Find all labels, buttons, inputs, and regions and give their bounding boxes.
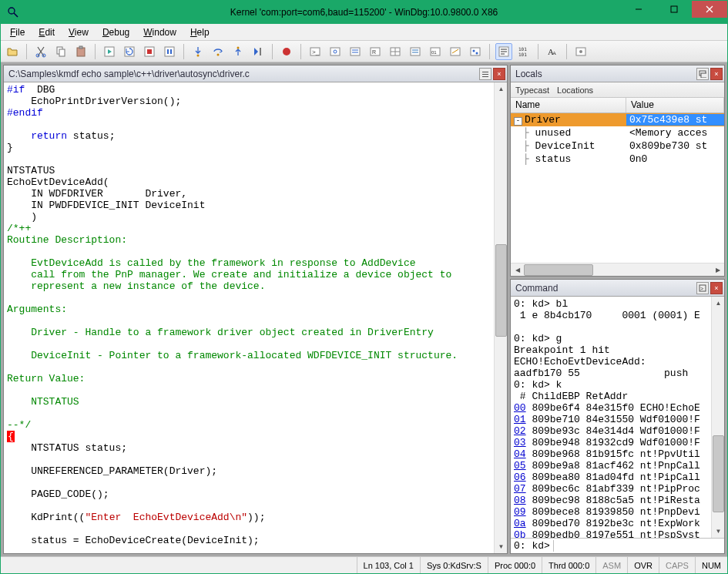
locals-row[interactable]: -Driver0x75c439e8 st bbox=[511, 113, 724, 126]
step-out-icon[interactable] bbox=[230, 43, 247, 60]
stack-frame-link[interactable]: 01 bbox=[514, 414, 526, 425]
locals-rows[interactable]: -Driver0x75c439e8 st├ unused<Memory acce… bbox=[511, 113, 724, 263]
scroll-up-icon[interactable]: ▲ bbox=[712, 297, 725, 310]
status-caps: CAPS bbox=[659, 557, 695, 573]
toolbar-sep bbox=[566, 44, 567, 59]
command-window-icon[interactable]: >_ bbox=[307, 43, 324, 60]
stack-frame-link[interactable]: 04 bbox=[514, 448, 526, 460]
font-icon[interactable]: AA bbox=[544, 43, 561, 60]
minimize-button[interactable] bbox=[621, 1, 656, 18]
status-num: NUM bbox=[695, 557, 727, 573]
options-icon[interactable] bbox=[572, 43, 589, 60]
source-vscroll[interactable]: ▲ ▼ bbox=[494, 82, 507, 553]
scratch-window-icon[interactable] bbox=[447, 43, 464, 60]
source-close-icon[interactable]: × bbox=[493, 68, 505, 80]
stack-frame-link[interactable]: 0a bbox=[514, 518, 526, 529]
stop-icon[interactable] bbox=[141, 43, 158, 60]
scroll-thumb[interactable] bbox=[524, 264, 593, 276]
scroll-down-icon[interactable]: ▼ bbox=[495, 540, 507, 553]
locals-locations[interactable]: Locations bbox=[557, 86, 593, 95]
expand-icon[interactable]: - bbox=[514, 117, 522, 126]
toolbar-sep bbox=[538, 44, 538, 59]
maximize-button[interactable] bbox=[656, 1, 692, 18]
locals-row[interactable]: ├ DeviceInit0x809be730 st bbox=[511, 139, 724, 153]
menu-debug[interactable]: Debug bbox=[96, 25, 136, 39]
svg-rect-10 bbox=[77, 48, 85, 56]
restart-icon[interactable] bbox=[121, 43, 138, 60]
go-icon[interactable] bbox=[101, 43, 118, 60]
run-to-cursor-icon[interactable] bbox=[250, 43, 267, 60]
disasm-window-icon[interactable]: 01 bbox=[427, 43, 444, 60]
locals-name: unused bbox=[535, 127, 572, 139]
menu-file[interactable]: File bbox=[4, 25, 31, 39]
step-over-icon[interactable] bbox=[210, 43, 226, 60]
command-input[interactable] bbox=[554, 540, 724, 552]
stack-frame-link[interactable]: 00 bbox=[514, 402, 526, 414]
stack-frame-link[interactable]: 08 bbox=[514, 495, 526, 506]
scroll-up-icon[interactable]: ▲ bbox=[495, 82, 507, 96]
source-text[interactable]: #if DBG EchoPrintDriverVersion(); #endif… bbox=[4, 82, 494, 553]
locals-typecast[interactable]: Typecast bbox=[515, 86, 549, 95]
watch-window-icon[interactable] bbox=[327, 43, 344, 60]
paste-icon[interactable] bbox=[72, 43, 89, 60]
scroll-down-icon[interactable]: ▼ bbox=[712, 525, 725, 538]
status-sys: Sys 0:KdSrv:S bbox=[420, 557, 488, 573]
stack-frame-link[interactable]: 05 bbox=[514, 460, 526, 472]
processes-window-icon[interactable] bbox=[467, 43, 484, 60]
locals-h-value[interactable]: Value bbox=[626, 98, 724, 112]
locals-hscroll[interactable]: ◀ ▶ bbox=[511, 263, 724, 276]
stack-frame-link[interactable]: 03 bbox=[514, 437, 526, 448]
stack-frame-link[interactable]: 07 bbox=[514, 483, 526, 495]
callstack-window-icon[interactable] bbox=[407, 43, 424, 60]
left-column: C:\Samples\kmdf echo sample\c++\driver\a… bbox=[3, 65, 508, 554]
svg-rect-55 bbox=[482, 72, 488, 72]
command-menu-icon[interactable]: > bbox=[696, 282, 709, 294]
scroll-left-icon[interactable]: ◀ bbox=[511, 264, 524, 277]
open-icon[interactable] bbox=[4, 43, 21, 60]
close-button[interactable] bbox=[692, 1, 727, 18]
registers-window-icon[interactable]: R bbox=[367, 43, 384, 60]
source-mode-icon[interactable] bbox=[495, 43, 512, 60]
status-proc: Proc 000:0 bbox=[488, 557, 542, 573]
locals-window-icon[interactable] bbox=[347, 43, 364, 60]
menu-help[interactable]: Help bbox=[184, 25, 216, 39]
toolbar-sep bbox=[489, 44, 490, 59]
locals-menu-icon[interactable] bbox=[696, 68, 709, 80]
locals-title-label: Locals bbox=[515, 69, 542, 79]
locals-row[interactable]: ├ unused<Memory acces bbox=[511, 126, 724, 139]
command-output[interactable]: 0: kd> bl 1 e 8b4cb170 0001 (0001) E 0: … bbox=[511, 297, 711, 538]
command-close-icon[interactable]: × bbox=[710, 282, 723, 294]
copy-icon[interactable] bbox=[52, 43, 69, 60]
source-menu-icon[interactable] bbox=[479, 68, 491, 80]
assembly-mode-icon[interactable]: 101101 bbox=[515, 43, 532, 60]
menu-edit[interactable]: Edit bbox=[32, 25, 61, 39]
window-title: Kernel 'com:port=com6,baud=115200' - Win… bbox=[230, 7, 498, 18]
right-column: Locals × Typecast Locations Name Value -… bbox=[510, 65, 725, 554]
menu-view[interactable]: View bbox=[62, 25, 95, 39]
command-vscroll[interactable]: ▲ ▼ bbox=[711, 297, 724, 538]
locals-value: 0n0 bbox=[626, 153, 724, 165]
svg-text:>: > bbox=[700, 286, 703, 291]
svg-rect-42 bbox=[471, 48, 480, 55]
svg-rect-57 bbox=[482, 76, 488, 77]
memory-window-icon[interactable] bbox=[387, 43, 404, 60]
main-toolbar: >_ R 01 101101 AA bbox=[1, 41, 727, 62]
status-lncol: Ln 103, Col 1 bbox=[357, 557, 420, 573]
scroll-thumb[interactable] bbox=[495, 244, 507, 337]
breakpoint-icon[interactable] bbox=[278, 43, 295, 60]
stack-frame-link[interactable]: 09 bbox=[514, 506, 526, 518]
stack-frame-link[interactable]: 0b bbox=[514, 529, 526, 538]
break-icon[interactable] bbox=[161, 43, 178, 60]
cut-icon[interactable] bbox=[32, 43, 49, 60]
window-buttons bbox=[621, 1, 727, 18]
locals-close-icon[interactable]: × bbox=[710, 68, 723, 80]
locals-row[interactable]: ├ status0n0 bbox=[511, 153, 724, 166]
locals-h-name[interactable]: Name bbox=[511, 98, 626, 112]
stack-frame-link[interactable]: 02 bbox=[514, 425, 526, 437]
stack-frame-link[interactable]: 06 bbox=[514, 472, 526, 483]
scroll-thumb[interactable] bbox=[713, 435, 724, 512]
step-into-icon[interactable] bbox=[190, 43, 206, 60]
menu-window[interactable]: Window bbox=[137, 25, 183, 39]
scroll-right-icon[interactable]: ▶ bbox=[711, 264, 724, 277]
locals-subtoolbar: Typecast Locations bbox=[511, 82, 724, 98]
